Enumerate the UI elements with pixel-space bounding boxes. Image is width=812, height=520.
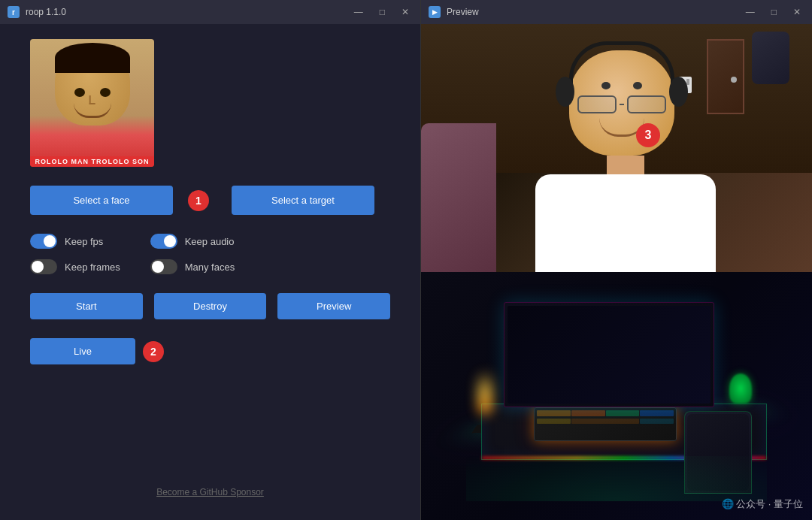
monitor-screen bbox=[508, 306, 710, 404]
person-body bbox=[535, 174, 716, 272]
person-glasses bbox=[577, 95, 666, 113]
preview-window: ▶ Preview — □ ✕ bbox=[421, 0, 812, 520]
face-target-buttons-row: Select a face 1 Select a target bbox=[30, 186, 390, 215]
roop-close-button[interactable]: ✕ bbox=[398, 5, 413, 19]
footer-sponsor: Become a GitHub Sponsor bbox=[30, 479, 390, 505]
badge-3: 3 bbox=[636, 123, 660, 147]
room-shelf-area bbox=[737, 32, 804, 122]
preview-maximize-button[interactable]: □ bbox=[768, 5, 780, 19]
roop-minimize-button[interactable]: — bbox=[350, 5, 367, 19]
eye-right bbox=[633, 82, 642, 89]
keep-audio-label: Keep audio bbox=[185, 236, 235, 247]
action-buttons-row: Start Destroy Preview bbox=[30, 293, 390, 319]
backpack bbox=[752, 32, 789, 84]
destroy-button[interactable]: Destroy bbox=[154, 293, 267, 319]
select-target-button[interactable]: Select a target bbox=[232, 186, 374, 215]
roop-window-controls: — □ ✕ bbox=[350, 5, 413, 19]
lamp-glow bbox=[477, 370, 492, 415]
roop-content: ROLOLO MAN TROLOLO SON Select a face 1 S… bbox=[0, 24, 420, 520]
preview-title-left: ▶ Preview bbox=[429, 6, 479, 18]
keep-audio-toggle-row: Keep audio bbox=[150, 234, 235, 249]
face-preview-image: ROLOLO MAN TROLOLO SON bbox=[30, 39, 154, 167]
live-button-row: Live 2 bbox=[30, 338, 390, 364]
preview-window-controls: — □ ✕ bbox=[742, 5, 804, 19]
glass-left bbox=[577, 95, 617, 113]
live-button[interactable]: Live bbox=[30, 338, 135, 364]
couch bbox=[421, 123, 496, 272]
glass-bridge bbox=[620, 104, 624, 105]
desk-scene bbox=[421, 272, 812, 520]
preview-minimize-button[interactable]: — bbox=[742, 5, 759, 19]
keyboard-keys bbox=[535, 408, 676, 426]
watermark-text: 🌐 公众号 · 量子位 bbox=[722, 497, 803, 511]
eye-left bbox=[601, 82, 611, 89]
roop-maximize-button[interactable]: □ bbox=[376, 5, 389, 19]
keep-frames-toggle-row: Keep frames bbox=[30, 259, 120, 274]
face-image-visual bbox=[30, 39, 154, 167]
toggles-section: Keep fps Keep frames Keep audio Many fac… bbox=[30, 234, 390, 274]
select-face-button[interactable]: Select a face bbox=[30, 186, 173, 215]
preview-title-bar: ▶ Preview — □ ✕ bbox=[421, 0, 812, 24]
keyboard bbox=[534, 407, 677, 441]
headset-ear-right bbox=[669, 77, 688, 107]
title-bar-left: r roop 1.1.0 bbox=[8, 6, 66, 18]
preview-close-button[interactable]: ✕ bbox=[789, 5, 804, 19]
many-faces-label: Many faces bbox=[185, 262, 235, 273]
badge-2: 2 bbox=[143, 341, 164, 362]
desk-isometric bbox=[466, 291, 767, 501]
face-image-label: ROLOLO MAN TROLOLO SON bbox=[30, 156, 154, 167]
person-head-wrap bbox=[569, 50, 682, 156]
keep-fps-toggle-row: Keep fps bbox=[30, 234, 120, 249]
preview-content: 3 bbox=[421, 24, 812, 520]
person-figure bbox=[535, 50, 716, 272]
gaming-chair bbox=[684, 411, 752, 494]
glass-right bbox=[627, 95, 666, 113]
keep-fps-toggle[interactable] bbox=[30, 234, 57, 249]
headset-ear-left bbox=[556, 77, 574, 107]
keep-fps-label: Keep fps bbox=[65, 236, 103, 247]
badge-1: 1 bbox=[188, 190, 209, 211]
toggle-col-left: Keep fps Keep frames bbox=[30, 234, 120, 274]
keep-audio-toggle[interactable] bbox=[150, 234, 177, 249]
many-faces-toggle[interactable] bbox=[150, 259, 177, 274]
plant-decoration bbox=[729, 373, 752, 404]
person-eyes bbox=[601, 82, 642, 89]
desk-preview-panel: 🌐 公众号 · 量子位 bbox=[421, 272, 812, 520]
person-neck bbox=[607, 156, 644, 174]
monitor bbox=[504, 302, 714, 407]
keep-frames-toggle[interactable] bbox=[30, 259, 57, 274]
preview-button[interactable]: Preview bbox=[277, 293, 390, 319]
roop-window: r roop 1.1.0 — □ ✕ bbox=[0, 0, 421, 520]
start-button[interactable]: Start bbox=[30, 293, 143, 319]
roop-window-title: roop 1.1.0 bbox=[26, 7, 66, 17]
keep-frames-label: Keep frames bbox=[65, 262, 120, 273]
preview-window-title: Preview bbox=[447, 7, 479, 17]
many-faces-toggle-row: Many faces bbox=[150, 259, 235, 274]
webcam-preview-panel: 3 bbox=[421, 24, 812, 272]
toggle-col-right: Keep audio Many faces bbox=[150, 234, 235, 274]
preview-app-icon: ▶ bbox=[429, 6, 441, 18]
door-knob bbox=[731, 77, 737, 83]
roop-title-bar: r roop 1.1.0 — □ ✕ bbox=[0, 0, 420, 24]
roop-app-icon: r bbox=[8, 6, 20, 18]
sponsor-link[interactable]: Become a GitHub Sponsor bbox=[156, 487, 264, 497]
